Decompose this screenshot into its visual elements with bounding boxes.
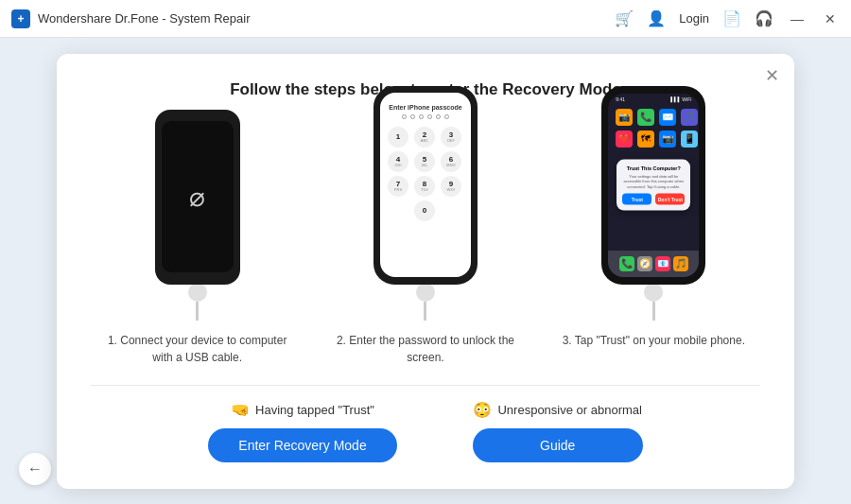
cable-thin-3	[652, 302, 655, 321]
dialog-close-button[interactable]: ✕	[765, 67, 779, 84]
cable-connector-3	[644, 283, 663, 302]
app-icon-2: 📞	[637, 109, 654, 126]
user-icon[interactable]: 👤	[647, 9, 666, 27]
main-area: ← ✕ Follow the steps below to enter the …	[0, 38, 851, 504]
dot-1	[402, 114, 407, 119]
step-2-label: 2. Enter the password to unlock the scre…	[331, 332, 520, 366]
action-label-1-text: Having tapped "Trust"	[255, 403, 374, 417]
steps-row: ⌀ 1. Connect your device to computer wit…	[91, 122, 760, 366]
dot-4	[427, 114, 432, 119]
app-icon: +	[11, 9, 30, 28]
phone-2-screen: Enter iPhone passcode	[380, 93, 471, 277]
step-2: Enter iPhone passcode	[319, 122, 531, 366]
step-2-image: Enter iPhone passcode	[373, 122, 478, 321]
phone-3-screen: 9:41 ▌▌▌ WiFi 📸 📞 ✉️ 🎵 ❤️	[608, 94, 699, 277]
passcode-title: Enter iPhone passcode	[389, 104, 461, 111]
passcode-dots	[402, 114, 449, 119]
step-3-label: 3. Tap "Trust" on your mobile phone.	[563, 332, 745, 349]
phone-1: ⌀	[155, 110, 240, 285]
step-3-image: 9:41 ▌▌▌ WiFi 📸 📞 ✉️ 🎵 ❤️	[601, 122, 705, 321]
usb-symbol: ⌀	[189, 182, 205, 213]
app-icon-3: ✉️	[659, 109, 676, 126]
cable-connector-2	[416, 283, 435, 302]
key-5: 5JKL	[414, 151, 435, 172]
key-9: 9WXY	[441, 176, 461, 197]
emoji-1: 🤜	[231, 401, 250, 419]
signal-display: ▌▌▌ WiFi	[670, 96, 691, 102]
cable-thin-2	[424, 302, 426, 321]
dot-5	[436, 114, 441, 119]
close-button[interactable]: ✕	[821, 9, 840, 28]
step-1: ⌀ 1. Connect your device to computer wit…	[91, 122, 304, 366]
action-label-2: 😳 Unresponsive or abnormal	[473, 401, 641, 419]
trust-title: Trust This Computer?	[622, 165, 685, 170]
step-1-label: 1. Connect your device to computer with …	[103, 332, 292, 366]
app-icon-7: 📷	[659, 130, 676, 148]
login-button[interactable]: Login	[679, 11, 709, 26]
trust-buttons: Trust Don't Trust	[622, 194, 685, 205]
back-button[interactable]: ←	[19, 453, 51, 485]
key-1: 1	[388, 127, 408, 148]
titlebar: + Wondershare Dr.Fone - System Repair 🛒 …	[0, 0, 851, 38]
trust-button[interactable]: Trust	[622, 194, 651, 205]
action-row: 🤜 Having tapped "Trust" Enter Recovery M…	[91, 401, 760, 462]
action-label-2-text: Unresponsive or abnormal	[497, 403, 641, 417]
titlebar-left: + Wondershare Dr.Fone - System Repair	[11, 9, 250, 28]
key-4: 4GHI	[388, 151, 408, 172]
key-8: 8TUV	[414, 176, 435, 197]
action-group-2: 😳 Unresponsive or abnormal Guide	[473, 401, 643, 462]
step-1-image: ⌀	[155, 122, 240, 321]
minimize-button[interactable]: —	[787, 9, 808, 28]
emoji-2: 😳	[473, 401, 492, 419]
back-icon: ←	[27, 461, 43, 478]
titlebar-right: 🛒 👤 Login 📄 🎧 — ✕	[615, 9, 840, 28]
app-icon-1: 📸	[616, 109, 633, 126]
dock: 📞 🧭 📧 🎵	[608, 251, 699, 277]
keypad: 1 2ABC 3DEF 4GHI 5JKL 6MNO 7PRS 8TUV 9WX…	[388, 127, 463, 221]
enter-recovery-mode-button[interactable]: Enter Recovery Mode	[208, 428, 396, 462]
app-icon-6: 🗺	[637, 130, 654, 148]
key-6: 6MNO	[441, 151, 461, 172]
trust-body: Your settings and data will be accessibl…	[622, 173, 685, 189]
phone-3: 9:41 ▌▌▌ WiFi 📸 📞 ✉️ 🎵 ❤️	[601, 86, 705, 285]
dialog: ✕ Follow the steps below to enter the Re…	[57, 54, 794, 489]
action-label-1: 🤜 Having tapped "Trust"	[231, 401, 374, 419]
app-icon-5: ❤️	[616, 130, 633, 148]
key-7: 7PRS	[388, 176, 408, 197]
cable-thin-1	[196, 302, 199, 321]
dot-3	[419, 114, 424, 119]
dock-mail: 📧	[655, 256, 670, 271]
key-2: 2ABC	[414, 127, 435, 148]
step-3: 9:41 ▌▌▌ WiFi 📸 📞 ✉️ 🎵 ❤️	[547, 122, 760, 349]
cart-icon[interactable]: 🛒	[615, 9, 634, 27]
dock-safari: 🧭	[637, 256, 652, 271]
phone-1-screen: ⌀	[162, 121, 234, 272]
cable-connector-1	[188, 283, 207, 302]
time-display: 9:41	[616, 96, 625, 102]
phone-2: Enter iPhone passcode	[373, 86, 478, 285]
app-title: Wondershare Dr.Fone - System Repair	[38, 11, 250, 26]
divider	[91, 385, 760, 386]
key-3: 3DEF	[441, 127, 461, 148]
status-bar: 9:41 ▌▌▌ WiFi	[608, 94, 699, 105]
trust-dialog: Trust This Computer? Your settings and d…	[617, 159, 690, 211]
dock-music: 🎵	[673, 256, 688, 271]
app-icon-8: 📱	[681, 130, 698, 148]
dot-2	[410, 114, 415, 119]
app-icon-4: 🎵	[681, 109, 698, 126]
dock-phone: 📞	[619, 256, 634, 271]
dont-trust-button[interactable]: Don't Trust	[655, 194, 685, 205]
headset-icon[interactable]: 🎧	[755, 9, 773, 27]
action-group-1: 🤜 Having tapped "Trust" Enter Recovery M…	[208, 401, 396, 462]
key-0: 0	[414, 200, 435, 221]
dot-6	[444, 114, 449, 119]
guide-button[interactable]: Guide	[473, 428, 643, 462]
document-icon[interactable]: 📄	[722, 9, 741, 27]
app-grid: 📸 📞 ✉️ 🎵 ❤️ 🗺 📷 📱	[608, 105, 699, 151]
